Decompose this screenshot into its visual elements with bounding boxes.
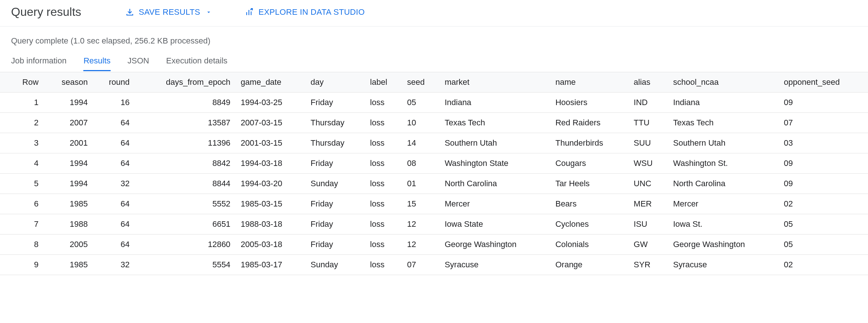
cell: loss (365, 93, 402, 113)
cell: Syracuse (668, 255, 779, 275)
cell: Thunderbirds (550, 133, 628, 153)
cell: 64 (93, 133, 135, 153)
col-days_from_epoch[interactable]: days_from_epoch (135, 72, 235, 93)
cell: 32 (93, 255, 135, 275)
cell: Cougars (550, 153, 628, 174)
cell: 1 (0, 93, 44, 113)
cell: Cyclones (550, 214, 628, 235)
cell: Orange (550, 255, 628, 275)
cell: GW (629, 235, 668, 255)
col-season[interactable]: season (44, 72, 93, 93)
cell: TTU (629, 113, 668, 133)
cell: 6651 (135, 214, 235, 235)
col-Row[interactable]: Row (0, 72, 44, 93)
cell: 5554 (135, 255, 235, 275)
table-row[interactable]: 919853255541985-03-17Sundayloss07Syracus… (0, 255, 868, 275)
table-row[interactable]: 619856455521985-03-15Fridayloss15MercerB… (0, 194, 868, 214)
cell: loss (365, 235, 402, 255)
cell: Thursday (305, 113, 365, 133)
save-results-label: SAVE RESULTS (139, 7, 200, 17)
page-title: Query results (11, 5, 81, 19)
col-label[interactable]: label (365, 72, 402, 93)
status-text: Query complete (1.0 sec elapsed, 256.2 K… (0, 27, 868, 49)
cell: 2 (0, 113, 44, 133)
cell: 2005-03-18 (236, 235, 305, 255)
cell: 01 (402, 174, 440, 194)
cell: Syracuse (440, 255, 550, 275)
cell: Southern Utah (668, 133, 779, 153)
cell: WSU (629, 153, 668, 174)
cell: 1988-03-18 (236, 214, 305, 235)
save-results-button[interactable]: SAVE RESULTS (125, 7, 212, 17)
table-row[interactable]: 719886466511988-03-18Fridayloss12Iowa St… (0, 214, 868, 235)
cell: Washington St. (668, 153, 779, 174)
tab-job-information[interactable]: Job information (11, 56, 66, 71)
col-round[interactable]: round (93, 72, 135, 93)
cell: 4 (0, 153, 44, 174)
cell: 15 (402, 194, 440, 214)
cell: Thursday (305, 133, 365, 153)
cell: Mercer (668, 194, 779, 214)
table-row[interactable]: 519943288441994-03-20Sundayloss01North C… (0, 174, 868, 194)
table-row[interactable]: 419946488421994-03-18Fridayloss08Washing… (0, 153, 868, 174)
cell: 2005 (44, 235, 93, 255)
cell: loss (365, 113, 402, 133)
cell: Washington State (440, 153, 550, 174)
cell: 1985 (44, 194, 93, 214)
cell: 11396 (135, 133, 235, 153)
col-school_ncaa[interactable]: school_ncaa (668, 72, 779, 93)
cell: 1985-03-17 (236, 255, 305, 275)
tab-execution-details[interactable]: Execution details (166, 56, 227, 71)
cell: 8844 (135, 174, 235, 194)
col-name[interactable]: name (550, 72, 628, 93)
tab-json[interactable]: JSON (128, 56, 149, 71)
cell: George Washington (440, 235, 550, 255)
cell: George Washington (668, 235, 779, 255)
table-row[interactable]: 3200164113962001-03-15Thursdayloss14Sout… (0, 133, 868, 153)
table-row[interactable]: 2200764135872007-03-15Thursdayloss10Texa… (0, 113, 868, 133)
cell: UNC (629, 174, 668, 194)
cell: 12860 (135, 235, 235, 255)
results-table: Rowseasonrounddays_from_epochgame_dateda… (0, 72, 868, 275)
cell: 8842 (135, 153, 235, 174)
cell: ISU (629, 214, 668, 235)
download-icon (125, 8, 134, 17)
cell: 1994-03-18 (236, 153, 305, 174)
cell: Indiana (668, 93, 779, 113)
cell: Southern Utah (440, 133, 550, 153)
cell: 02 (779, 194, 868, 214)
cell: Texas Tech (668, 113, 779, 133)
col-game_date[interactable]: game_date (236, 72, 305, 93)
tab-results[interactable]: Results (83, 56, 110, 71)
cell: 1985 (44, 255, 93, 275)
table-body: 119941688491994-03-25Fridayloss05Indiana… (0, 93, 868, 275)
cell: Colonials (550, 235, 628, 255)
cell: 64 (93, 214, 135, 235)
col-seed[interactable]: seed (402, 72, 440, 93)
cell: 9 (0, 255, 44, 275)
cell: North Carolina (668, 174, 779, 194)
cell: MER (629, 194, 668, 214)
cell: Friday (305, 235, 365, 255)
col-day[interactable]: day (305, 72, 365, 93)
cell: SYR (629, 255, 668, 275)
table-row[interactable]: 119941688491994-03-25Fridayloss05Indiana… (0, 93, 868, 113)
col-market[interactable]: market (440, 72, 550, 93)
cell: Friday (305, 153, 365, 174)
col-opponent_seed[interactable]: opponent_seed (779, 72, 868, 93)
explore-data-studio-button[interactable]: EXPLORE IN DATA STUDIO (245, 7, 365, 17)
cell: 5552 (135, 194, 235, 214)
table-row[interactable]: 8200564128602005-03-18Fridayloss12George… (0, 235, 868, 255)
cell: 2007 (44, 113, 93, 133)
cell: 2007-03-15 (236, 113, 305, 133)
cell: 03 (779, 133, 868, 153)
cell: 07 (779, 113, 868, 133)
cell: Bears (550, 194, 628, 214)
cell: Sunday (305, 174, 365, 194)
cell: North Carolina (440, 174, 550, 194)
cell: 09 (779, 93, 868, 113)
header-bar: Query results SAVE RESULTS (0, 0, 868, 26)
cell: Hoosiers (550, 93, 628, 113)
cell: 64 (93, 113, 135, 133)
col-alias[interactable]: alias (629, 72, 668, 93)
